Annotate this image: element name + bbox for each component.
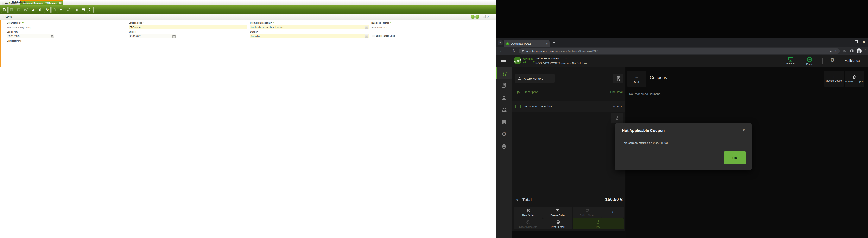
section-attachments[interactable]: ▶ Attachments xyxy=(7,0,491,4)
new-order-button[interactable]: New Order xyxy=(514,207,543,218)
browser-tab[interactable]: Openbravo POS2 × xyxy=(504,40,550,47)
close-form-icon[interactable]: × xyxy=(487,14,489,19)
customer-button[interactable]: Arturo Montoro xyxy=(515,74,555,83)
more-actions-button[interactable]: ⋮ xyxy=(602,207,623,218)
saved-label: Saved xyxy=(5,15,12,18)
address-bar[interactable]: qa-retail.openbravo.com /openbravo/web/p… xyxy=(519,48,840,54)
calendar-icon[interactable] xyxy=(51,35,54,38)
attachment-icon[interactable] xyxy=(59,7,65,13)
redeem-coupon-button[interactable]: + Redeem Coupon xyxy=(825,71,844,87)
new-record-icon[interactable] xyxy=(1,7,7,13)
cart-icon xyxy=(502,70,507,76)
person-icon xyxy=(857,50,861,54)
export-icon[interactable] xyxy=(51,7,58,13)
terminal-button[interactable]: Terminal xyxy=(783,57,798,65)
printer-icon xyxy=(501,144,507,149)
sidebar-item-customers[interactable] xyxy=(496,92,512,104)
new-tab-icon[interactable]: + xyxy=(553,40,555,45)
tab-search-icon[interactable]: ∨ xyxy=(498,40,502,45)
dialog-ok-button[interactable]: OK xyxy=(724,151,746,164)
previous-record-button[interactable]: ◀ xyxy=(471,15,475,19)
calendar-icon[interactable] xyxy=(173,35,176,38)
valid-from-label: Valid From xyxy=(7,31,18,33)
line-services-button[interactable] xyxy=(611,113,623,123)
browser-profile-avatar[interactable] xyxy=(857,48,862,54)
window-close-icon[interactable]: × xyxy=(863,40,865,44)
password-key-icon[interactable] xyxy=(829,49,833,53)
logged-user[interactable]: vallblanca xyxy=(845,59,860,63)
chevron-down-icon[interactable]: ▼ xyxy=(365,26,368,29)
save-icon[interactable] xyxy=(16,7,22,13)
pager-button[interactable]: Pager xyxy=(802,57,817,65)
link-out-icon[interactable] xyxy=(22,22,24,24)
sidebar-item-printer[interactable] xyxy=(496,140,512,152)
order-columns: Qty Description Line Total xyxy=(512,90,625,96)
ticket-properties-button[interactable] xyxy=(613,74,623,83)
site-settings-icon[interactable] xyxy=(522,49,524,53)
expires-checkbox[interactable] xyxy=(372,35,375,37)
browser-toolbar: ← → ↻ qa-retail.openbravo.com /openbravo… xyxy=(496,47,868,55)
delete-icon[interactable] xyxy=(37,7,43,13)
order-line[interactable]: 1 Avalanche transceiver 150.50 € xyxy=(512,101,625,112)
media-controls-icon[interactable] xyxy=(843,49,847,53)
receipt-icon xyxy=(501,83,507,88)
forward-icon[interactable]: → xyxy=(506,48,509,53)
switch-order-button[interactable]: Switch Order xyxy=(573,207,601,218)
terminal-name: POS: VBS POS2 Terminal - No Safebox xyxy=(535,61,587,65)
coupons-title: Coupons xyxy=(650,75,667,80)
dialog-close-icon[interactable]: × xyxy=(743,128,745,133)
promotion-select[interactable]: Avalanche trasnceiver discount ▼ xyxy=(250,25,369,29)
sidebar-item-receipts[interactable] xyxy=(496,79,512,92)
bookmark-star-icon[interactable]: ☆ xyxy=(834,49,837,53)
pos-header: WHITE VALLEY Vall Blanca Store - 15:10 P… xyxy=(496,55,868,67)
total-bar[interactable]: ∨ Total 150.50 € xyxy=(512,195,625,205)
sidebar-item-sale[interactable] xyxy=(496,67,512,79)
link-out-icon[interactable] xyxy=(273,22,274,24)
link-out-icon[interactable] xyxy=(390,22,391,24)
side-panel-icon[interactable] xyxy=(850,49,854,53)
chevron-down-icon[interactable]: ▼ xyxy=(365,34,368,38)
sidebar-item-store[interactable] xyxy=(496,116,512,128)
refresh-icon[interactable]: ↻ xyxy=(44,7,51,13)
reload-icon[interactable]: ↻ xyxy=(513,48,515,53)
store-name: Vall Blanca Store - 15:10 xyxy=(535,57,587,60)
delete-order-button[interactable]: Delete Order xyxy=(543,207,572,218)
status-select[interactable]: Available ▼ xyxy=(250,34,369,38)
expand-arrow-icon: ▶ xyxy=(9,1,10,3)
revert-icon[interactable] xyxy=(87,7,94,13)
switch-order-icon xyxy=(585,208,590,213)
save-close-icon[interactable] xyxy=(23,7,29,13)
sidebar-item-cash-management[interactable] xyxy=(496,104,512,116)
undo-icon[interactable]: ⊘ xyxy=(30,7,36,13)
tree-icon[interactable] xyxy=(73,7,79,13)
window-restore-icon[interactable] xyxy=(855,41,857,43)
toggle-view-icon[interactable] xyxy=(80,7,87,13)
valid-from-input[interactable]: 03-11-2023 xyxy=(7,34,55,38)
maximize-form-button[interactable] xyxy=(483,15,486,18)
menu-icon[interactable] xyxy=(501,59,506,63)
next-record-button[interactable]: ▶ xyxy=(475,15,479,19)
link-icon[interactable] xyxy=(66,7,72,13)
pay-button[interactable]: Pay xyxy=(573,218,623,230)
back-button[interactable]: ← Back xyxy=(627,71,646,87)
valid-to-input[interactable]: 03-11-2023 xyxy=(128,34,176,38)
sidebar-item-settings[interactable]: ⚙ xyxy=(496,128,512,140)
remove-coupon-button[interactable]: Remove Coupon xyxy=(845,71,864,87)
browser-window: ∨ Openbravo POS2 × + – × ← → ↻ qa-retail… xyxy=(496,38,868,238)
browser-menu-icon[interactable]: ⋮ xyxy=(864,49,867,53)
tab-close-icon[interactable]: × xyxy=(546,42,548,45)
promotion-label: Promotion/Discount * xyxy=(250,22,274,24)
window-minimize-icon[interactable]: – xyxy=(843,40,845,44)
order-discounts-button[interactable]: Order Discounts xyxy=(514,218,543,230)
store-icon xyxy=(501,119,507,125)
print-email-button[interactable]: Print / Email xyxy=(543,218,572,230)
order-actions: New Order Delete Order Switch Order ⋮ Or… xyxy=(514,207,623,230)
header-divider xyxy=(823,58,823,64)
coupon-code-input[interactable]: TTCoupon xyxy=(128,25,247,29)
back-icon[interactable]: ← xyxy=(499,48,503,53)
pos-sidebar: ⚙ xyxy=(496,67,512,238)
line-total: 150.50 € xyxy=(611,105,623,108)
edit-form-icon[interactable] xyxy=(8,7,15,13)
settings-gear-icon[interactable]: ⚙ xyxy=(830,57,835,63)
qty-column: Qty xyxy=(516,90,520,94)
